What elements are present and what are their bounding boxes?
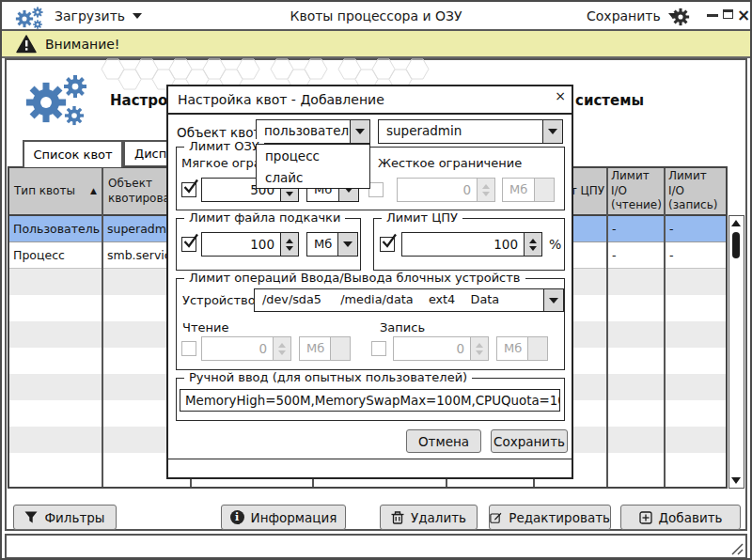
spinner-arrows-icon bbox=[273, 337, 290, 360]
status-bar bbox=[5, 534, 747, 559]
quota-object-value: пользователь bbox=[257, 120, 350, 143]
scrollbar-thumb[interactable] bbox=[732, 232, 740, 258]
save-button[interactable]: Сохранить bbox=[491, 429, 568, 453]
hard-limit-spinner[interactable]: 0 bbox=[397, 178, 495, 202]
quota-object-select[interactable]: пользователь bbox=[256, 119, 370, 144]
manual-input-field[interactable] bbox=[180, 389, 560, 412]
swap-limit-unit-select[interactable]: Мб bbox=[306, 232, 358, 257]
save-menu-label: Сохранить bbox=[587, 8, 661, 23]
quota-object-droplist: процесс слайс bbox=[256, 144, 370, 189]
device-label: Устройство: bbox=[182, 293, 259, 307]
filters-button[interactable]: Фильтры bbox=[13, 505, 117, 530]
manual-input-legend: Ручной ввод (для опытных пользователей) bbox=[184, 370, 472, 384]
dialog-title: Настройка квот - Добавление bbox=[178, 92, 384, 107]
device-select[interactable]: /dev/sda5 /media/data ext4 Data bbox=[254, 288, 564, 312]
hard-limit-unit-select[interactable]: Мб bbox=[502, 178, 555, 202]
io-limit-group: Лимит операций Ввода/Вывода блочных устр… bbox=[176, 278, 565, 370]
info-button[interactable]: i Информация bbox=[221, 505, 346, 530]
ram-limit-group: Лимит ОЗУ Мягкое ограничение 500 Мб Жест… bbox=[176, 147, 565, 210]
trash-icon bbox=[391, 510, 404, 524]
manual-input-group: Ручной ввод (для опытных пользователей) bbox=[176, 378, 565, 421]
minimize-button[interactable] bbox=[707, 14, 718, 17]
option-process[interactable]: процесс bbox=[257, 145, 369, 166]
save-menu-button[interactable]: Сохранить bbox=[587, 8, 678, 23]
cpu-limit-group: Лимит ЦПУ 100 % bbox=[373, 218, 565, 271]
read-label: Чтение bbox=[182, 320, 228, 334]
tab-quota-list[interactable]: Список квот bbox=[23, 140, 123, 167]
spinner-arrows-icon[interactable] bbox=[524, 233, 541, 256]
resize-grip-icon[interactable] bbox=[728, 540, 744, 555]
scroll-up-icon[interactable] bbox=[731, 220, 741, 226]
quota-target-value: superadmin bbox=[379, 120, 542, 143]
scroll-down-icon[interactable] bbox=[731, 477, 741, 484]
cpu-limit-legend: Лимит ЦПУ bbox=[382, 210, 462, 225]
device-value: /dev/sda5 /media/data ext4 Data bbox=[255, 289, 543, 311]
swap-limit-group: Лимит файла подкачки 100 Мб bbox=[176, 218, 361, 271]
filter-funnel-icon bbox=[24, 511, 38, 523]
cpu-percent-label: % bbox=[549, 237, 561, 252]
io-limit-legend: Лимит операций Ввода/Вывода блочных устр… bbox=[184, 271, 525, 285]
close-button[interactable]: × bbox=[737, 8, 750, 23]
dialog-title-bar: Настройка квот - Добавление × bbox=[168, 86, 572, 115]
quota-target-select[interactable]: superadmin bbox=[378, 119, 563, 144]
spinner-arrows-icon bbox=[477, 179, 494, 201]
swap-limit-legend: Лимит файла подкачки bbox=[184, 210, 345, 225]
maximize-button[interactable] bbox=[723, 9, 733, 19]
dropdown-arrow-icon bbox=[330, 337, 350, 360]
spinner-arrows-icon bbox=[470, 337, 488, 360]
edit-button[interactable]: Редактировать bbox=[489, 505, 611, 530]
checkmark-icon bbox=[382, 234, 397, 249]
info-icon: i bbox=[230, 510, 244, 524]
table-vertical-scrollbar[interactable] bbox=[728, 215, 744, 489]
cancel-button[interactable]: Отмена bbox=[406, 429, 481, 453]
warning-text: Внимание! bbox=[45, 37, 119, 52]
page-title-right: системы bbox=[575, 92, 644, 109]
write-limit-checkbox[interactable] bbox=[371, 341, 386, 356]
dialog-footer-divider bbox=[168, 459, 572, 459]
dropdown-arrow-icon[interactable] bbox=[543, 289, 563, 311]
dropdown-arrow-icon bbox=[527, 337, 547, 360]
read-limit-unit-select[interactable]: Мб bbox=[299, 336, 351, 361]
warning-bar: Внимание! bbox=[2, 31, 750, 58]
cpu-limit-checkbox[interactable] bbox=[380, 237, 395, 252]
read-limit-checkbox[interactable] bbox=[181, 341, 196, 356]
dropdown-arrow-icon[interactable] bbox=[350, 120, 369, 143]
read-limit-spinner[interactable]: 0 bbox=[201, 336, 291, 361]
checkmark-icon bbox=[183, 179, 198, 194]
delete-button[interactable]: Удалить bbox=[380, 505, 478, 530]
hard-limit-checkbox[interactable] bbox=[368, 182, 384, 197]
swap-limit-checkbox[interactable] bbox=[181, 237, 196, 252]
dialog-close-icon[interactable]: × bbox=[555, 88, 566, 103]
warning-triangle-icon bbox=[16, 35, 37, 54]
add-button[interactable]: Добавить bbox=[620, 505, 741, 530]
settings-gear-icon[interactable] bbox=[671, 8, 690, 26]
tab-quota-list-label: Список квот bbox=[33, 148, 112, 162]
spinner-arrows-icon[interactable] bbox=[280, 233, 298, 256]
soft-limit-checkbox[interactable] bbox=[181, 182, 196, 197]
dropdown-arrow-icon[interactable] bbox=[337, 233, 357, 256]
write-limit-unit-select[interactable]: Мб bbox=[496, 336, 548, 361]
option-slice[interactable]: слайс bbox=[257, 166, 369, 188]
checkmark-icon bbox=[183, 234, 198, 249]
plus-square-icon bbox=[639, 511, 652, 524]
write-limit-spinner[interactable]: 0 bbox=[393, 336, 489, 361]
swap-limit-spinner[interactable]: 100 bbox=[201, 232, 299, 257]
gears-logo bbox=[24, 71, 90, 132]
dropdown-arrow-icon bbox=[534, 179, 554, 201]
quota-settings-dialog: Настройка квот - Добавление × Объект кво… bbox=[166, 85, 573, 479]
title-bar: Загрузить Квоты процессора и ОЗУ Сохрани… bbox=[2, 2, 750, 31]
ram-limit-legend: Лимит ОЗУ bbox=[184, 139, 264, 153]
hard-limit-label: Жесткое ограничение bbox=[378, 156, 522, 170]
write-label: Запись bbox=[380, 320, 425, 334]
cpu-limit-spinner[interactable]: 100 bbox=[401, 232, 542, 257]
edit-pencil-icon bbox=[490, 510, 502, 524]
app-window: Загрузить Квоты процессора и ОЗУ Сохрани… bbox=[0, 0, 752, 560]
dropdown-arrow-icon[interactable] bbox=[542, 120, 562, 143]
